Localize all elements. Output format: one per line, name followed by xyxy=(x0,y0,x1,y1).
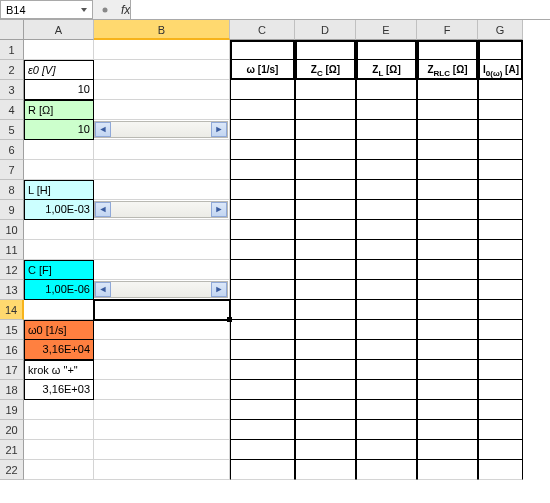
cell[interactable] xyxy=(295,340,356,360)
col-header-e[interactable]: E xyxy=(356,20,417,40)
scroll-right-icon[interactable]: ► xyxy=(211,282,227,297)
cell[interactable] xyxy=(295,360,356,380)
cell[interactable] xyxy=(24,160,94,180)
cell-scroll-r[interactable]: ◄ ► xyxy=(94,120,230,140)
cell[interactable] xyxy=(478,240,523,260)
row-header[interactable]: 16 xyxy=(0,340,24,360)
row-header[interactable]: 4 xyxy=(0,100,24,120)
cell-r-value[interactable]: 10 xyxy=(24,120,94,140)
row-header[interactable]: 2 xyxy=(0,60,24,80)
cell-l-value[interactable]: 1,00E-03 xyxy=(24,200,94,220)
cell[interactable] xyxy=(295,80,356,100)
cell[interactable] xyxy=(478,340,523,360)
cell-header-zl[interactable]: ZL [Ω] xyxy=(356,60,417,80)
cell[interactable] xyxy=(417,200,478,220)
cell[interactable] xyxy=(230,160,295,180)
cell[interactable] xyxy=(94,400,230,420)
cell[interactable] xyxy=(230,180,295,200)
row-header[interactable]: 10 xyxy=(0,220,24,240)
cell-krok-label[interactable]: krok ω "+" xyxy=(24,360,94,380)
cell[interactable] xyxy=(24,440,94,460)
cell-krok-value[interactable]: 3,16E+03 xyxy=(24,380,94,400)
fx-icon[interactable]: fx xyxy=(117,3,130,17)
cell[interactable] xyxy=(230,240,295,260)
cell[interactable] xyxy=(295,440,356,460)
cell[interactable] xyxy=(230,460,295,480)
cell[interactable] xyxy=(24,40,94,60)
cell[interactable] xyxy=(94,240,230,260)
scroll-right-icon[interactable]: ► xyxy=(211,202,227,217)
cell-header-i0[interactable]: I0(ω) [A] xyxy=(478,60,523,80)
cell-scroll-c[interactable]: ◄ ► xyxy=(94,280,230,300)
cell[interactable] xyxy=(417,240,478,260)
row-header[interactable]: 18 xyxy=(0,380,24,400)
cell[interactable] xyxy=(356,380,417,400)
cell[interactable] xyxy=(230,380,295,400)
row-header[interactable]: 22 xyxy=(0,460,24,480)
cell[interactable] xyxy=(478,300,523,320)
scrollbar-control[interactable]: ◄ ► xyxy=(94,121,228,138)
cell[interactable] xyxy=(94,460,230,480)
name-box[interactable]: B14 xyxy=(0,0,93,19)
cell-c-value[interactable]: 1,00E-06 xyxy=(24,280,94,300)
cell[interactable] xyxy=(356,440,417,460)
cell[interactable] xyxy=(417,280,478,300)
cell[interactable] xyxy=(295,300,356,320)
cell-l-label[interactable]: L [H] xyxy=(24,180,94,200)
cell[interactable] xyxy=(295,420,356,440)
cell[interactable] xyxy=(417,380,478,400)
cell[interactable] xyxy=(94,380,230,400)
col-header-c[interactable]: C xyxy=(230,20,295,40)
col-header-a[interactable]: A xyxy=(24,20,94,40)
col-header-f[interactable]: F xyxy=(417,20,478,40)
cell[interactable] xyxy=(230,280,295,300)
cell[interactable] xyxy=(295,120,356,140)
cell[interactable] xyxy=(478,440,523,460)
cell[interactable] xyxy=(356,360,417,380)
cell[interactable] xyxy=(417,460,478,480)
row-header[interactable]: 3 xyxy=(0,80,24,100)
cell[interactable] xyxy=(417,300,478,320)
cell-w0-label[interactable]: ω0 [1/s] xyxy=(24,320,94,340)
cell[interactable] xyxy=(295,100,356,120)
cell[interactable] xyxy=(230,400,295,420)
cell[interactable] xyxy=(417,440,478,460)
row-header[interactable]: 11 xyxy=(0,240,24,260)
cell[interactable] xyxy=(478,200,523,220)
cell[interactable] xyxy=(94,180,230,200)
cell[interactable] xyxy=(478,220,523,240)
cell[interactable] xyxy=(478,420,523,440)
cell[interactable] xyxy=(478,180,523,200)
cell[interactable] xyxy=(24,400,94,420)
row-header[interactable]: 1 xyxy=(0,40,24,60)
cell[interactable] xyxy=(295,200,356,220)
cell[interactable] xyxy=(230,220,295,240)
cell[interactable] xyxy=(417,100,478,120)
cell[interactable] xyxy=(230,300,295,320)
cell[interactable] xyxy=(417,320,478,340)
cell[interactable] xyxy=(94,360,230,380)
scrollbar-control[interactable]: ◄ ► xyxy=(94,281,228,298)
row-header[interactable]: 21 xyxy=(0,440,24,460)
cell[interactable] xyxy=(478,460,523,480)
cell[interactable] xyxy=(417,340,478,360)
row-header[interactable]: 19 xyxy=(0,400,24,420)
cell[interactable] xyxy=(295,260,356,280)
cell[interactable] xyxy=(94,320,230,340)
cell[interactable] xyxy=(417,40,478,60)
cell[interactable] xyxy=(295,220,356,240)
cell[interactable] xyxy=(417,160,478,180)
select-all-corner[interactable] xyxy=(0,20,24,40)
row-header[interactable]: 12 xyxy=(0,260,24,280)
cell[interactable] xyxy=(356,180,417,200)
cell[interactable] xyxy=(230,360,295,380)
cell-e0-value[interactable]: 10 xyxy=(24,80,94,100)
cell[interactable] xyxy=(356,160,417,180)
cell-header-zc[interactable]: ZC [Ω] xyxy=(295,60,356,80)
cell[interactable] xyxy=(295,40,356,60)
row-header[interactable]: 9 xyxy=(0,200,24,220)
cell[interactable] xyxy=(478,380,523,400)
cell[interactable] xyxy=(356,80,417,100)
cell[interactable] xyxy=(478,260,523,280)
cell[interactable] xyxy=(417,80,478,100)
